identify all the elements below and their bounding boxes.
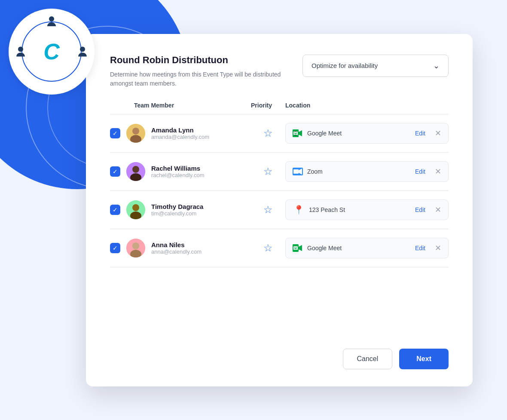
location-cell-rachel: Zoom Edit ✕ — [285, 161, 449, 182]
modal-description: Determine how meetings from this Event T… — [110, 70, 290, 88]
svg-point-16 — [132, 204, 139, 211]
col-priority: Priority — [251, 102, 285, 109]
checkbox-rachel[interactable]: ✓ — [110, 166, 120, 177]
member-info-rachel: Rachel Williams rachel@calendly.com — [151, 165, 205, 178]
col-team-member: Team Member — [134, 102, 251, 109]
svg-point-1 — [132, 128, 139, 135]
edit-link-rachel[interactable]: Edit — [415, 168, 425, 175]
priority-cell-timothy: ☆ — [251, 204, 285, 216]
svg-rect-13 — [293, 169, 299, 174]
modal-dialog: Round Robin Distributuon Determine how m… — [86, 34, 473, 386]
address-icon: 📍 — [293, 205, 305, 214]
star-icon-timothy[interactable]: ☆ — [263, 204, 273, 216]
location-name-anna: Google Meet — [307, 245, 411, 251]
member-info-timothy: Timothy Dagraca tim@calendly.com — [151, 203, 203, 217]
google-meet-icon: M — [293, 129, 303, 137]
star-icon-amanda[interactable]: ☆ — [263, 127, 273, 139]
member-cell-amanda: ✓ Amanda Lynn amanda@calendly.com — [110, 124, 251, 143]
location-cell-amanda: M Google Meet Edit ✕ — [285, 123, 449, 144]
modal-footer: Cancel Next — [110, 349, 449, 369]
star-icon-anna[interactable]: ☆ — [263, 242, 273, 254]
member-cell-rachel: ✓ Rachel Williams rachel@calendly.com — [110, 162, 251, 181]
avatar-amanda — [126, 124, 145, 143]
priority-cell-amanda: ☆ — [251, 127, 285, 139]
edit-link-timothy[interactable]: Edit — [415, 206, 425, 213]
location-cell-anna: M Google Meet Edit ✕ — [285, 238, 449, 258]
col-location: Location — [285, 102, 449, 109]
member-email: tim@calendly.com — [151, 210, 203, 217]
svg-point-10 — [132, 166, 139, 173]
check-icon: ✓ — [113, 168, 118, 175]
location-badge-timothy: 📍 123 Peach St Edit ✕ — [285, 199, 449, 220]
close-icon-rachel[interactable]: ✕ — [435, 167, 441, 176]
member-info-anna: Anna Niles anna@calendly.com — [151, 241, 202, 255]
modal-header: Round Robin Distributuon Determine how m… — [110, 55, 449, 88]
svg-marker-6 — [299, 130, 302, 136]
table-row: ✓ Timothy Dagraca tim@calendly.com ☆ 📍 — [110, 191, 449, 229]
location-badge-anna: M Google Meet Edit ✕ — [285, 238, 449, 258]
member-email: amanda@calendly.com — [151, 134, 209, 140]
member-cell-timothy: ✓ Timothy Dagraca tim@calendly.com — [110, 200, 251, 219]
svg-text:M: M — [294, 132, 297, 135]
member-name: Amanda Lynn — [151, 126, 209, 134]
logo-container: C — [9, 9, 95, 95]
checkbox-anna[interactable]: ✓ — [110, 243, 120, 253]
logo-circle: C — [21, 21, 82, 82]
edit-link-amanda[interactable]: Edit — [415, 130, 425, 137]
location-badge-amanda: M Google Meet Edit ✕ — [285, 123, 449, 144]
dropdown-label: Optimize for availability — [312, 62, 378, 69]
location-name-amanda: Google Meet — [307, 130, 411, 137]
member-info-amanda: Amanda Lynn amanda@calendly.com — [151, 126, 209, 140]
title-block: Round Robin Distributuon Determine how m… — [110, 55, 290, 88]
checkbox-amanda[interactable]: ✓ — [110, 128, 120, 138]
star-icon-rachel[interactable]: ☆ — [263, 166, 273, 178]
modal-title: Round Robin Distributuon — [110, 55, 290, 66]
check-icon: ✓ — [113, 245, 118, 251]
member-email: anna@calendly.com — [151, 248, 202, 255]
table-row: ✓ Anna Niles anna@calendly.com ☆ — [110, 229, 449, 267]
table-row: ✓ Amanda Lynn amanda@calendly.com ☆ — [110, 114, 449, 153]
svg-text:M: M — [294, 247, 297, 250]
svg-marker-22 — [299, 245, 302, 251]
close-icon-amanda[interactable]: ✕ — [435, 129, 441, 138]
avatar-rachel — [126, 162, 145, 181]
check-icon: ✓ — [113, 206, 118, 213]
chevron-down-icon: ⌄ — [433, 61, 440, 71]
close-icon-anna[interactable]: ✕ — [435, 243, 441, 253]
member-name: Rachel Williams — [151, 165, 205, 172]
zoom-icon — [293, 168, 303, 175]
team-table: Team Member Priority Location ✓ Amanda L… — [110, 102, 449, 333]
edit-link-anna[interactable]: Edit — [415, 245, 425, 251]
avatar-anna — [126, 239, 145, 258]
cancel-button[interactable]: Cancel — [343, 349, 393, 369]
priority-cell-anna: ☆ — [251, 242, 285, 254]
member-name: Anna Niles — [151, 241, 202, 248]
logo-letter: C — [43, 39, 60, 64]
location-badge-rachel: Zoom Edit ✕ — [285, 161, 449, 182]
location-name-timothy: 123 Peach St — [309, 206, 411, 213]
svg-point-19 — [132, 242, 139, 249]
distribution-dropdown[interactable]: Optimize for availability ⌄ — [302, 55, 449, 77]
table-row: ✓ Rachel Williams rachel@calendly.com ☆ — [110, 153, 449, 191]
next-button[interactable]: Next — [399, 349, 449, 369]
table-header: Team Member Priority Location — [110, 102, 449, 114]
member-cell-anna: ✓ Anna Niles anna@calendly.com — [110, 239, 251, 258]
priority-cell-rachel: ☆ — [251, 166, 285, 178]
location-name-rachel: Zoom — [307, 168, 411, 175]
member-email: rachel@calendly.com — [151, 172, 205, 178]
avatar-timothy — [126, 200, 145, 219]
checkbox-timothy[interactable]: ✓ — [110, 205, 120, 215]
google-meet-icon-anna: M — [293, 244, 303, 252]
location-cell-timothy: 📍 123 Peach St Edit ✕ — [285, 199, 449, 220]
logo-inner: C — [17, 17, 86, 86]
close-icon-timothy[interactable]: ✕ — [435, 205, 441, 215]
member-name: Timothy Dagraca — [151, 203, 203, 210]
check-icon: ✓ — [113, 130, 118, 137]
